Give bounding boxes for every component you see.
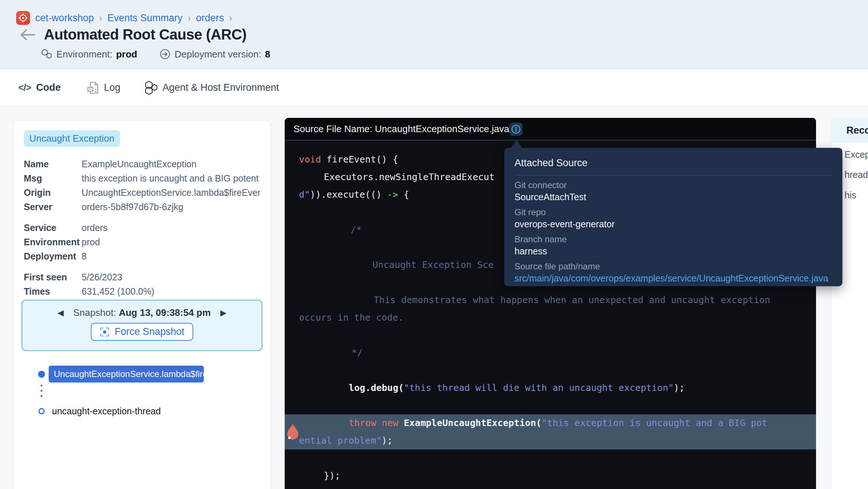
- breadcrumb: cet-workshop › Events Summary › orders ›: [16, 11, 232, 25]
- row-label: Times: [24, 284, 82, 299]
- thread-name: uncaught-exception-thread: [52, 406, 161, 417]
- flame-icon: [287, 424, 299, 440]
- tooltip-field: Source file path/name src/main/java/com/…: [515, 261, 832, 284]
- breadcrumb-events-summary[interactable]: Events Summary: [107, 12, 183, 24]
- code-line: });: [285, 467, 816, 485]
- row-label: Origin: [24, 186, 82, 200]
- deployment-label: Deployment version:: [175, 49, 261, 60]
- row-value: ExampleUncaughtException: [82, 157, 260, 171]
- attached-source-tooltip: Attached Source Git connector SourceAtta…: [504, 148, 842, 286]
- attached-source-info-button[interactable]: [509, 123, 523, 136]
- breadcrumb-separator: ›: [188, 12, 191, 24]
- event-stats-group: First seen5/26/2023 Times631,452 (100.0%…: [24, 270, 260, 299]
- environment-value: prod: [116, 49, 137, 60]
- stack-thread-item[interactable]: uncaught-exception-thread: [38, 406, 161, 417]
- tooltip-field: Git connector SourceAttachTest: [515, 180, 832, 202]
- main-content: Uncaught Exception NameExampleUncaughtEx…: [0, 106, 868, 489]
- tooltip-arrow: [510, 140, 523, 149]
- event-context-group: Serviceorders Environmentprod Deployment…: [24, 221, 260, 264]
- code-line: [285, 397, 816, 414]
- snapshot-label: Snapshot: Aug 13, 09:38:54 pm: [73, 307, 211, 318]
- right-panel-title: Reco: [846, 125, 868, 136]
- info-icon: [511, 124, 521, 134]
- tab-code-label: Code: [36, 82, 61, 93]
- right-panel-item[interactable]: Excepti: [845, 149, 868, 160]
- target-icon: [18, 13, 28, 23]
- field-value: SourceAttachTest: [515, 192, 832, 202]
- row-value: 631,452 (100.0%): [82, 284, 260, 299]
- row-value: this exception is uncaught and a BIG pot…: [82, 171, 260, 186]
- row-value: orders-5b8f97d67b-6zjkg: [82, 200, 260, 214]
- tooltip-title: Attached Source: [515, 157, 832, 169]
- code-line: log.debug("this thread will die with an …: [285, 379, 816, 397]
- row-label: Service: [24, 221, 82, 235]
- snapshot-label-text: Snapshot:: [73, 307, 119, 318]
- row-label: Deployment: [24, 249, 82, 264]
- field-value: overops-event-generator: [515, 219, 832, 229]
- stack-connector-dots: [41, 385, 42, 397]
- open-circle-icon: [38, 408, 45, 414]
- hexagons-icon: [143, 81, 157, 95]
- event-identity-group: NameExampleUncaughtException Msgthis exc…: [24, 157, 260, 214]
- code-line: [285, 449, 816, 467]
- event-details-card: Uncaught Exception NameExampleUncaughtEx…: [13, 120, 271, 489]
- page-title: Automated Root Cause (ARC): [44, 26, 247, 43]
- log-file-icon: [87, 81, 99, 94]
- tab-log[interactable]: Log: [87, 70, 120, 106]
- tooltip-field: Branch name harness: [515, 234, 832, 257]
- code-tab-icon: </>: [18, 82, 31, 93]
- row-value: orders: [82, 221, 260, 235]
- event-type-badge: Uncaught Exception: [24, 130, 120, 147]
- field-label: Branch name: [515, 234, 832, 244]
- tab-bar: </> Code Log Agent & Host Environment Se…: [0, 70, 868, 106]
- environment-label: Environment:: [56, 49, 112, 60]
- right-panel-header: Reco: [831, 118, 868, 143]
- row-value: prod: [82, 235, 260, 249]
- right-panel-item[interactable]: his: [845, 190, 856, 201]
- row-label: Msg: [24, 171, 82, 186]
- field-label: Git repo: [515, 207, 832, 217]
- tab-agent-label: Agent & Host Environment: [162, 82, 279, 93]
- breadcrumb-separator: ›: [229, 12, 232, 24]
- filled-dot-icon: [38, 371, 45, 378]
- code-line: occurs in the code.: [285, 309, 816, 326]
- cet-module-icon[interactable]: [16, 11, 30, 25]
- right-panel-item[interactable]: hread-: [845, 169, 868, 180]
- breadcrumb-project[interactable]: cet-workshop: [35, 12, 94, 24]
- snapshot-viewfinder-icon: [100, 327, 110, 337]
- code-line: */: [285, 344, 816, 362]
- code-line: This demonstrates what happens when an u…: [285, 291, 816, 309]
- deployment-value: 8: [265, 49, 270, 60]
- code-viewer-header: Source File Name: UncaughtExceptionServi…: [285, 118, 816, 141]
- field-label: Git connector: [515, 180, 832, 190]
- force-snapshot-button[interactable]: Force Snapshot: [91, 323, 193, 341]
- back-arrow-button[interactable]: [19, 28, 36, 41]
- breadcrumb-separator: ›: [99, 12, 102, 24]
- tab-code[interactable]: </> Code: [18, 70, 61, 106]
- snapshot-timestamp: Aug 13, 09:38:54 pm: [119, 307, 210, 318]
- tab-log-label: Log: [104, 82, 120, 93]
- field-value: harness: [515, 246, 832, 257]
- page-header: cet-workshop › Events Summary › orders ›…: [0, 0, 868, 70]
- row-label: Server: [24, 200, 82, 214]
- stack-frame-selected[interactable]: UncaughtExceptionService.lambda$fireE...: [38, 366, 204, 382]
- row-label: First seen: [24, 270, 82, 284]
- row-label: Name: [24, 157, 82, 171]
- snapshot-prev-button[interactable]: ◀: [57, 308, 64, 318]
- breadcrumb-service[interactable]: orders: [196, 12, 224, 24]
- tab-agent-host-environment[interactable]: Agent & Host Environment: [143, 70, 279, 106]
- tooltip-field: Git repo overops-event-generator: [515, 207, 832, 229]
- stack-frame-chip[interactable]: UncaughtExceptionService.lambda$fireE...: [49, 366, 204, 382]
- force-snapshot-label: Force Snapshot: [115, 326, 184, 337]
- field-label: Source file path/name: [515, 261, 832, 272]
- code-line: throw new ExampleUncaughtException("this…: [285, 414, 816, 432]
- code-line: ential problem");: [285, 432, 816, 449]
- environment-icon: [41, 48, 53, 60]
- deployment-icon: [159, 48, 171, 60]
- source-file-path-link[interactable]: src/main/java/com/overops/examples/servi…: [515, 273, 832, 284]
- snapshot-box: ◀ Snapshot: Aug 13, 09:38:54 pm ▶ Force …: [22, 300, 262, 351]
- snapshot-next-button[interactable]: ▶: [220, 308, 227, 318]
- row-value: UncaughtExceptionService.lambda$fireEver: [82, 186, 260, 200]
- row-value: 5/26/2023: [82, 270, 260, 284]
- code-line: [285, 326, 816, 344]
